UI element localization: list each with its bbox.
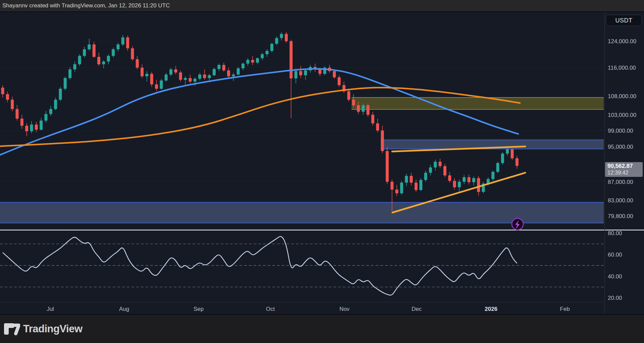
candle-body	[390, 182, 393, 190]
candle-body	[496, 163, 499, 172]
candle-body	[145, 74, 148, 76]
candle-body	[439, 162, 442, 166]
candle-body	[68, 69, 71, 78]
time-axis-label: Oct	[266, 306, 275, 312]
candle-body	[102, 62, 105, 64]
candle-body	[443, 166, 446, 176]
candle-body	[285, 34, 288, 41]
candle-body	[453, 181, 456, 187]
tradingview-brand-text[interactable]: TradingView	[23, 323, 83, 335]
symbol-chip[interactable]: USDT	[606, 15, 642, 26]
rsi-axis-label: 80.00	[608, 230, 622, 236]
candle-body	[434, 162, 437, 167]
candle-body	[121, 38, 124, 45]
candle-body	[165, 75, 168, 81]
candle-body	[289, 41, 292, 78]
candle-body	[429, 167, 432, 173]
candle-body	[217, 65, 220, 69]
candle-body	[415, 183, 418, 190]
candle-body	[141, 68, 144, 76]
price-axis-label: 99,000.00	[608, 128, 633, 134]
candle-body	[333, 71, 336, 77]
time-axis-label: Nov	[339, 306, 350, 312]
candle-body	[458, 182, 461, 187]
footer-bar: TradingView	[0, 314, 644, 343]
time-axis-label: 2026	[485, 306, 497, 312]
candle-body	[227, 70, 230, 76]
candle-body	[463, 177, 466, 182]
candle-body	[136, 59, 139, 68]
candle-body	[468, 177, 471, 182]
candle-body	[237, 68, 240, 75]
candle-body	[299, 71, 302, 75]
candle-body	[386, 151, 389, 182]
candle-body	[20, 119, 23, 126]
candle-body	[270, 44, 273, 51]
candle-body	[275, 38, 278, 44]
tradingview-logo-icon[interactable]	[3, 323, 20, 335]
ma-slow-orange	[0, 87, 520, 146]
candle-body	[424, 173, 427, 180]
candle-body	[112, 49, 115, 56]
candle-body	[294, 71, 298, 78]
candle-body	[367, 105, 370, 115]
candle-body	[491, 172, 494, 179]
candle-body	[64, 78, 67, 89]
candle-body	[472, 178, 475, 182]
rsi-axis-label: 20.00	[608, 295, 622, 301]
candle-body	[266, 51, 269, 54]
candle-body	[54, 100, 57, 109]
candle-body	[516, 158, 519, 166]
resistance-zone-yellow	[352, 97, 604, 110]
candle-body	[88, 45, 91, 50]
candle-body	[44, 114, 47, 121]
candle-body	[241, 64, 245, 68]
candle-body	[179, 72, 182, 80]
rsi-axis-label: 40.00	[608, 273, 622, 280]
candle-body	[11, 100, 14, 109]
candle-body	[194, 79, 197, 81]
candle-body	[256, 58, 259, 63]
candle-body	[25, 126, 28, 131]
chart-canvas[interactable]: 124,000.00116,000.00108,000.00103,000.00…	[0, 0, 644, 343]
candle-body	[347, 91, 350, 99]
last-price-badge[interactable]: 90,562.87 12:39:42	[605, 162, 643, 177]
candle-body	[477, 178, 480, 192]
candle-body	[318, 69, 321, 74]
candle-body	[506, 149, 509, 154]
time-axis-label: Feb	[560, 306, 570, 312]
candle-body	[169, 69, 172, 74]
candle-body	[222, 65, 225, 70]
header-bar: Shayannv created with TradingView.com, J…	[0, 0, 644, 12]
candle-body	[35, 125, 38, 130]
price-axis-label: 83,000.00	[608, 197, 633, 204]
candle-body	[97, 57, 100, 64]
candle-body	[93, 45, 96, 57]
boost-icon[interactable]	[512, 218, 523, 230]
candle-body	[400, 183, 403, 193]
candle-body	[30, 125, 33, 131]
candle-body	[357, 105, 360, 112]
candle-body	[405, 176, 408, 183]
last-price-value: 90,562.87	[607, 163, 643, 169]
candle-body	[131, 48, 134, 59]
candle-body	[280, 34, 283, 38]
candle-body	[73, 64, 76, 69]
candle-body	[246, 60, 249, 64]
candle-body	[232, 75, 235, 76]
candle-body	[352, 100, 355, 106]
pane-separator[interactable]	[0, 230, 644, 231]
candle-body	[49, 109, 52, 114]
rsi-line	[3, 236, 517, 295]
candle-body	[261, 54, 264, 58]
candle-body	[362, 105, 365, 112]
rsi-axis-label: 60.00	[608, 252, 622, 258]
candle-body	[198, 75, 201, 79]
candle-body	[6, 94, 9, 99]
candle-body	[395, 190, 398, 193]
candle-body	[251, 60, 254, 63]
time-axis-label: Dec	[412, 306, 422, 312]
candle-body	[189, 78, 192, 82]
candle-body	[203, 75, 206, 78]
price-axis-label: 103,000.00	[608, 112, 636, 118]
